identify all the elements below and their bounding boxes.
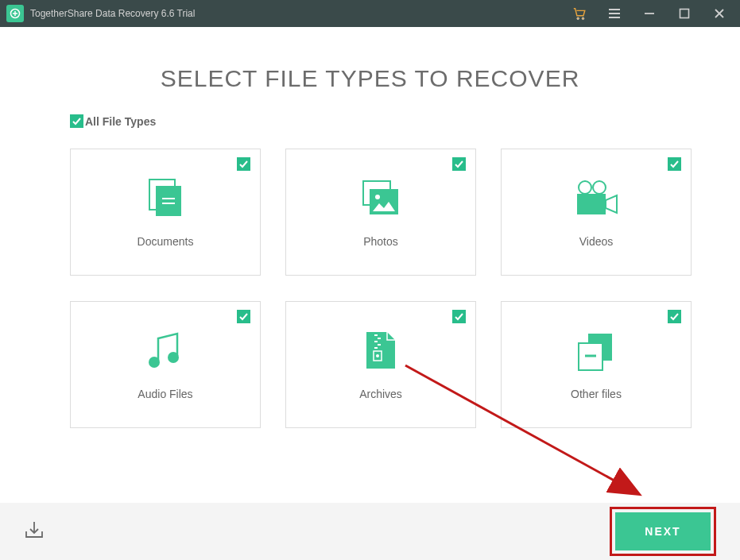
page-title: SELECT FILE TYPES TO RECOVER [0,65,740,92]
tile-label: Other files [571,388,622,400]
checkbox-icon [452,157,466,171]
file-type-grid: Documents Photos Videos [70,149,740,428]
photos-icon [355,176,406,221]
tile-audio[interactable]: Audio Files [70,301,261,428]
svg-point-8 [375,195,380,199]
tile-label: Audio Files [138,388,192,400]
titlebar: TogetherShare Data Recovery 6.6 Trial [0,0,740,27]
tile-label: Photos [363,235,398,248]
svg-point-1 [577,17,579,20]
menu-button[interactable] [597,0,632,27]
svg-point-10 [593,181,606,194]
footer-bar: NEXT [0,503,740,560]
videos-icon [571,176,622,221]
svg-rect-11 [577,194,606,214]
checkbox-icon [70,114,83,128]
close-button[interactable] [702,0,737,27]
all-file-types-label: All File Types [85,115,156,128]
checkbox-icon [452,310,466,323]
tile-videos[interactable]: Videos [501,149,692,276]
tile-label: Videos [579,235,614,248]
window-title: TogetherShare Data Recovery 6.6 Trial [30,8,195,19]
svg-rect-5 [156,186,181,216]
svg-point-13 [168,352,179,363]
annotation-highlight: NEXT [610,507,716,556]
tile-documents[interactable]: Documents [70,149,261,276]
svg-rect-3 [680,10,689,18]
svg-point-12 [149,357,160,368]
minimize-button[interactable] [632,0,667,27]
archives-icon [355,329,406,373]
tile-label: Documents [138,235,194,248]
next-button[interactable]: NEXT [615,512,711,550]
tile-archives[interactable]: Archives [285,301,476,428]
tile-photos[interactable]: Photos [285,149,476,276]
tile-other[interactable]: Other files [501,301,692,428]
svg-point-9 [579,181,591,194]
checkbox-icon [237,157,250,171]
next-button-label: NEXT [645,525,680,538]
maximize-button[interactable] [667,0,702,27]
audio-icon [140,329,191,373]
cart-button[interactable] [562,0,597,27]
all-file-types-toggle[interactable]: All File Types [70,114,740,128]
svg-point-2 [582,17,584,20]
checkbox-icon [668,157,681,171]
tile-label: Archives [359,388,402,400]
documents-icon [140,176,191,221]
other-icon [571,329,622,373]
app-logo-icon [6,5,24,22]
svg-point-15 [376,354,379,357]
checkbox-icon [668,310,681,323]
checkbox-icon [237,310,250,323]
import-button[interactable] [24,519,45,543]
